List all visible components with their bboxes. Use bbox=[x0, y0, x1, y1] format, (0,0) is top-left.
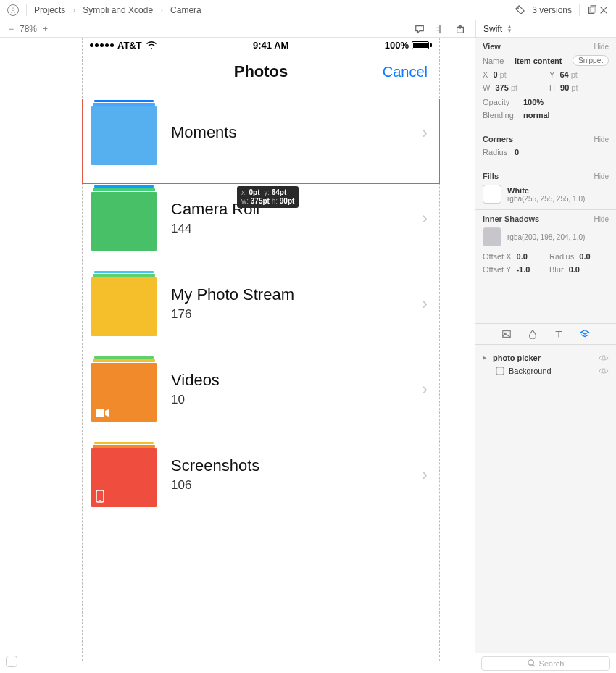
cancel-button[interactable]: Cancel bbox=[383, 64, 428, 80]
ios-status-bar: AT&T 9:41 AM 100% bbox=[83, 38, 439, 52]
snippet-button[interactable]: Snippet bbox=[573, 55, 609, 66]
svg-point-7 bbox=[99, 500, 101, 501]
avatar[interactable] bbox=[7, 4, 19, 16]
chevron-right-icon: › bbox=[422, 208, 432, 228]
carrier-label: AT&T bbox=[117, 40, 142, 51]
zoom-out-button[interactable]: − bbox=[9, 24, 14, 34]
album-title: Videos bbox=[171, 371, 422, 390]
language-selector[interactable]: Swift ▲▼ bbox=[475, 20, 616, 37]
svg-point-16 bbox=[602, 369, 605, 372]
chevron-right-icon: › bbox=[422, 122, 432, 143]
search-icon bbox=[528, 659, 536, 667]
inspector-view-section: ViewHide Name item content Snippet X 0 p… bbox=[475, 38, 616, 130]
crumb-mid[interactable]: Sympli and Xcode bbox=[83, 5, 153, 15]
svg-point-1 bbox=[517, 7, 519, 9]
chevron-right-icon: › bbox=[422, 379, 432, 399]
comment-icon[interactable] bbox=[415, 24, 425, 34]
album-count: 176 bbox=[171, 307, 422, 322]
visibility-icon[interactable] bbox=[599, 367, 609, 375]
battery-icon bbox=[412, 41, 429, 49]
toolbar: − 78% + Swift ▲▼ bbox=[0, 20, 616, 38]
element-name-value: item content bbox=[515, 57, 562, 65]
tag-icon[interactable] bbox=[515, 5, 525, 15]
search-input[interactable]: Search bbox=[481, 656, 610, 671]
artboard: AT&T 9:41 AM 100% Photos Cancel Moments›… bbox=[82, 38, 440, 661]
album-list: Moments›Camera Roll144›My Photo Stream17… bbox=[83, 91, 439, 507]
chevron-right-icon: › bbox=[422, 293, 432, 314]
wifi-icon bbox=[146, 41, 157, 49]
chevron-right-icon: › bbox=[422, 464, 432, 485]
fill-swatch[interactable] bbox=[483, 185, 501, 204]
inspector-tabs bbox=[475, 323, 616, 345]
svg-point-0 bbox=[12, 7, 14, 10]
hide-button[interactable]: Hide bbox=[594, 135, 609, 143]
crumb-leaf[interactable]: Camera bbox=[170, 5, 201, 15]
checkbox[interactable] bbox=[6, 656, 17, 667]
svg-point-15 bbox=[503, 374, 504, 375]
layers-panel: ▸ photo picker Background bbox=[475, 345, 616, 653]
hide-button[interactable]: Hide bbox=[594, 215, 609, 223]
layers-tab-icon[interactable] bbox=[580, 329, 590, 339]
album-thumbnail bbox=[91, 271, 157, 336]
close-icon[interactable] bbox=[599, 5, 609, 15]
album-count: 10 bbox=[171, 393, 422, 407]
copy-icon[interactable] bbox=[587, 5, 597, 15]
inspector-corners-section: CornersHide Radius0 bbox=[475, 130, 616, 167]
nav-bar: Photos Cancel bbox=[83, 52, 439, 91]
svg-point-17 bbox=[528, 660, 533, 665]
svg-rect-5 bbox=[96, 409, 104, 417]
hide-button[interactable]: Hide bbox=[594, 43, 609, 51]
album-thumbnail bbox=[91, 356, 157, 422]
inspector-search: Search bbox=[475, 653, 616, 673]
album-thumbnail bbox=[91, 100, 157, 165]
album-row[interactable]: My Photo Stream176› bbox=[91, 271, 432, 336]
inspector-fills-section: FillsHide Whitergba(255, 255, 255, 1.0) bbox=[475, 167, 616, 210]
layer-row-root[interactable]: ▸ photo picker bbox=[481, 351, 610, 364]
breadcrumb-bar: Projects › Sympli and Xcode › Camera 3 v… bbox=[0, 0, 616, 20]
svg-point-12 bbox=[496, 367, 497, 368]
crumb-root[interactable]: Projects bbox=[34, 5, 65, 15]
album-row[interactable]: Moments› bbox=[91, 100, 432, 165]
inspector-panel: ViewHide Name item content Snippet X 0 p… bbox=[475, 38, 616, 673]
album-count: 144 bbox=[171, 222, 422, 236]
album-title: Moments bbox=[171, 123, 422, 142]
shadow-swatch[interactable] bbox=[483, 227, 501, 246]
album-title: My Photo Stream bbox=[171, 285, 422, 304]
image-tab-icon[interactable] bbox=[501, 329, 512, 339]
svg-point-10 bbox=[602, 356, 605, 359]
measurement-tooltip: x: 0pt y: 64pt w: 375pt h: 90pt bbox=[237, 186, 299, 208]
album-title: Screenshots bbox=[171, 456, 422, 475]
drop-tab-icon[interactable] bbox=[528, 329, 538, 339]
album-thumbnail bbox=[91, 185, 157, 251]
inspector-inner-shadows-section: Inner ShadowsHide rgba(200, 198, 204, 1.… bbox=[475, 210, 616, 280]
language-name: Swift bbox=[483, 24, 502, 34]
visibility-icon[interactable] bbox=[599, 354, 609, 361]
hide-button[interactable]: Hide bbox=[594, 172, 609, 180]
align-icon[interactable] bbox=[435, 24, 445, 34]
clock: 9:41 AM bbox=[253, 40, 288, 51]
album-count: 106 bbox=[171, 478, 422, 493]
export-icon[interactable] bbox=[455, 24, 465, 34]
svg-point-14 bbox=[496, 374, 497, 375]
album-row[interactable]: Videos10› bbox=[91, 356, 432, 422]
svg-point-13 bbox=[503, 367, 504, 368]
album-thumbnail bbox=[91, 442, 157, 507]
text-tab-icon[interactable] bbox=[554, 329, 564, 339]
album-row[interactable]: Screenshots106› bbox=[91, 442, 432, 507]
zoom-in-button[interactable]: + bbox=[43, 24, 48, 34]
zoom-level: 78% bbox=[20, 24, 37, 34]
versions-label[interactable]: 3 versions bbox=[532, 5, 572, 15]
battery-percent: 100% bbox=[385, 40, 409, 51]
svg-rect-11 bbox=[496, 367, 504, 375]
canvas[interactable]: AT&T 9:41 AM 100% Photos Cancel Moments›… bbox=[0, 38, 475, 673]
layer-row-background[interactable]: Background bbox=[481, 364, 610, 377]
